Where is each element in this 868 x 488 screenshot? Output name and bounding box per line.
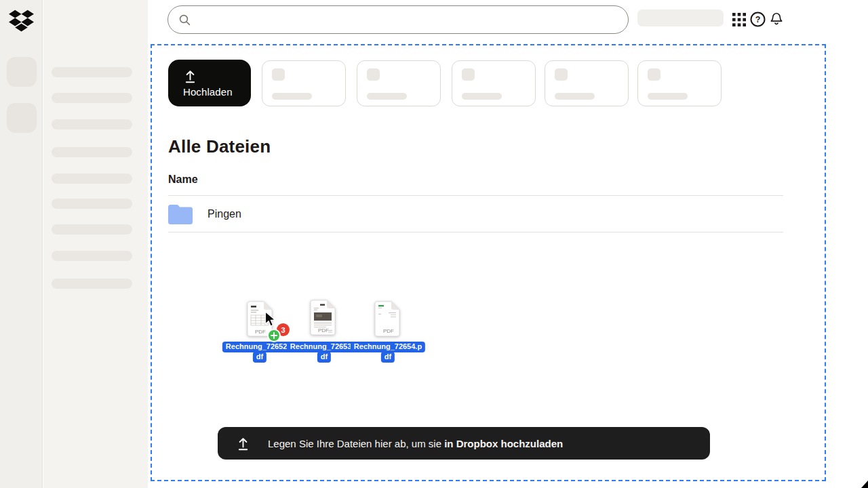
help-circle-icon: ?: [750, 12, 766, 27]
column-header-name[interactable]: Name: [168, 174, 198, 186]
drag-filename-line: df: [381, 352, 395, 363]
corner-cursor-artifact: [861, 481, 868, 488]
pdf-type-label: PDF: [318, 327, 329, 333]
svg-text:?: ?: [755, 15, 761, 24]
left-rail: [0, 0, 43, 488]
upload-icon: [183, 69, 197, 83]
sidebar-skeleton-bar: [52, 119, 132, 129]
toolbar-skeleton-card: [637, 60, 722, 106]
drag-filename-label-3: Rechnung_72654.p df: [351, 342, 425, 363]
dragged-file-thumbnail-2: PDF: [310, 300, 336, 336]
apps-grid-button[interactable]: [732, 12, 747, 27]
divider: [168, 232, 783, 232]
search-input[interactable]: [198, 14, 628, 26]
folder-row-pingen[interactable]: Pingen: [168, 197, 783, 232]
rail-skeleton-item: [7, 103, 37, 133]
apps-grid-icon: [732, 13, 746, 26]
help-button[interactable]: ?: [750, 12, 766, 27]
page-title: Alle Dateien: [168, 136, 271, 157]
sidebar-skeleton-bar: [52, 199, 132, 209]
drag-filename-line: Rechnung_72654.p: [351, 342, 425, 352]
copy-plus-badge: [267, 329, 281, 342]
folder-name: Pingen: [208, 208, 241, 220]
pdf-type-label: PDF: [255, 329, 266, 335]
dropzone-highlight[interactable]: [151, 44, 826, 481]
drag-filename-line: df: [317, 352, 331, 363]
dragged-file-thumbnail-3: PDF: [374, 301, 400, 337]
search-icon: [178, 14, 191, 26]
mouse-cursor-icon: [264, 311, 279, 327]
drop-toast: Legen Sie Ihre Dateien hier ab, um sie i…: [218, 427, 710, 460]
toast-text-regular: Legen Sie Ihre Dateien hier ab, um sie: [268, 438, 444, 449]
dropbox-logo-icon[interactable]: [9, 9, 34, 32]
bell-icon: [769, 12, 784, 27]
toast-text-bold: in Dropbox hochzuladen: [444, 438, 563, 449]
sidebar-skeleton-bar: [52, 251, 132, 261]
upload-button-label: Hochladen: [183, 86, 251, 98]
toolbar-skeleton-card: [357, 60, 441, 106]
toolbar-skeleton-card: [262, 60, 346, 106]
notifications-button[interactable]: [768, 12, 784, 27]
folder-icon: [168, 204, 193, 224]
sidebar-skeleton-bar: [52, 174, 132, 184]
plus-icon: [271, 332, 277, 339]
sidebar-skeleton-bar: [52, 147, 132, 157]
sidebar-skeleton-bar: [52, 67, 132, 77]
divider: [168, 195, 783, 196]
drag-filename-line: df: [253, 352, 267, 363]
toolbar-skeleton-card: [545, 60, 629, 106]
account-skeleton-pill: [637, 9, 724, 26]
rail-skeleton-item: [7, 57, 37, 87]
sidebar-skeleton-bar: [52, 279, 132, 289]
upload-icon: [236, 436, 250, 451]
drag-filename-line: Rechnung_72652.p: [222, 342, 297, 352]
upload-button[interactable]: Hochladen: [168, 60, 251, 106]
sidebar-skeleton-bar: [52, 93, 132, 103]
toast-message: Legen Sie Ihre Dateien hier ab, um sie i…: [268, 438, 563, 449]
search-bar[interactable]: [167, 5, 629, 34]
toolbar-skeleton-card: [452, 60, 536, 106]
sidebar-skeleton-bar: [52, 224, 132, 235]
drag-filename-label-1: Rechnung_72652.p df: [222, 342, 297, 363]
pdf-type-label: PDF: [383, 328, 394, 334]
